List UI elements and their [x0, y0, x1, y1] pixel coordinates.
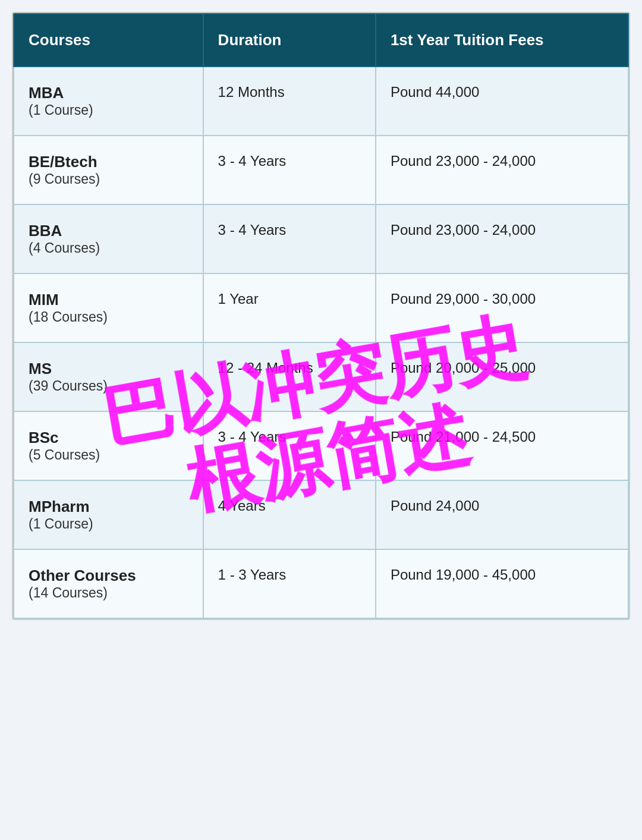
duration-cell: 12 - 24 Months — [203, 342, 376, 411]
course-count: (5 Courses) — [29, 447, 188, 463]
course-cell: MIM(18 Courses) — [14, 273, 203, 342]
fees-cell: Pound 21,000 - 24,500 — [376, 411, 628, 480]
header-fees: 1st Year Tuition Fees — [376, 14, 628, 67]
table-row: BE/Btech(9 Courses)3 - 4 YearsPound 23,0… — [14, 136, 628, 205]
fees-cell: Pound 44,000 — [376, 67, 628, 136]
course-name: MS — [29, 360, 188, 378]
course-name: BSc — [29, 429, 188, 447]
table-row: MS(39 Courses)12 - 24 MonthsPound 20,000… — [14, 342, 628, 411]
course-count: (1 Course) — [29, 102, 188, 118]
table-header-row: Courses Duration 1st Year Tuition Fees — [14, 14, 628, 67]
course-cell: BSc(5 Courses) — [14, 411, 203, 480]
course-name: BE/Btech — [29, 153, 188, 171]
table-row: MIM(18 Courses)1 YearPound 29,000 - 30,0… — [14, 273, 628, 342]
course-cell: Other Courses(14 Courses) — [14, 549, 203, 618]
course-count: (4 Courses) — [29, 240, 188, 256]
fees-cell: Pound 23,000 - 24,000 — [376, 205, 628, 273]
header-duration: Duration — [203, 14, 376, 67]
table-row: MBA(1 Course)12 MonthsPound 44,000 — [14, 67, 628, 136]
course-count: (39 Courses) — [29, 378, 188, 394]
duration-cell: 3 - 4 Years — [203, 205, 376, 273]
duration-cell: 4 Years — [203, 480, 376, 549]
fees-cell: Pound 24,000 — [376, 480, 628, 549]
course-cell: MS(39 Courses) — [14, 342, 203, 411]
course-cell: MBA(1 Course) — [14, 67, 203, 136]
duration-cell: 12 Months — [203, 67, 376, 136]
table-row: Other Courses(14 Courses)1 - 3 YearsPoun… — [14, 549, 628, 618]
header-courses: Courses — [14, 14, 203, 67]
courses-table: Courses Duration 1st Year Tuition Fees M… — [13, 13, 629, 619]
table-row: MPharm(1 Course)4 YearsPound 24,000 — [14, 480, 628, 549]
course-count: (18 Courses) — [29, 309, 188, 325]
table-row: BBA(4 Courses)3 - 4 YearsPound 23,000 - … — [14, 205, 628, 273]
duration-cell: 1 - 3 Years — [203, 549, 376, 618]
duration-cell: 3 - 4 Years — [203, 411, 376, 480]
fees-cell: Pound 20,000 - 25,000 — [376, 342, 628, 411]
course-name: BBA — [29, 222, 188, 240]
course-count: (9 Courses) — [29, 171, 188, 187]
course-count: (14 Courses) — [29, 585, 188, 601]
duration-cell: 1 Year — [203, 273, 376, 342]
fees-cell: Pound 29,000 - 30,000 — [376, 273, 628, 342]
course-name: MBA — [29, 84, 188, 102]
course-name: MPharm — [29, 498, 188, 516]
course-name: Other Courses — [29, 567, 188, 585]
course-cell: MPharm(1 Course) — [14, 480, 203, 549]
course-cell: BE/Btech(9 Courses) — [14, 136, 203, 205]
course-cell: BBA(4 Courses) — [14, 205, 203, 273]
fees-cell: Pound 23,000 - 24,000 — [376, 136, 628, 205]
main-table-container: Courses Duration 1st Year Tuition Fees M… — [12, 12, 630, 620]
duration-cell: 3 - 4 Years — [203, 136, 376, 205]
table-row: BSc(5 Courses)3 - 4 YearsPound 21,000 - … — [14, 411, 628, 480]
course-name: MIM — [29, 291, 188, 309]
course-count: (1 Course) — [29, 516, 188, 532]
fees-cell: Pound 19,000 - 45,000 — [376, 549, 628, 618]
